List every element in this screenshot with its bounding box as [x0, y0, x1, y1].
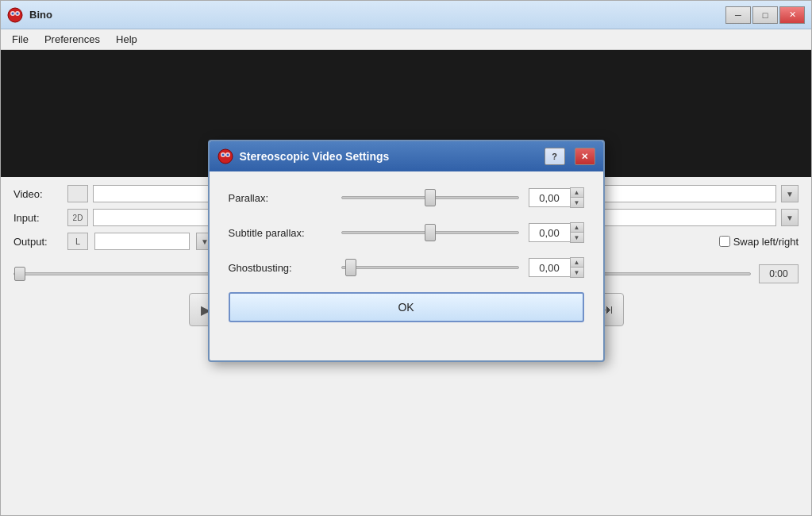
settings-dialog: Stereoscopic Video Settings ? ✕ Parallax… — [208, 140, 605, 362]
menu-bar: File Preferences Help — [1, 29, 811, 50]
window-controls: ─ □ ✕ — [725, 6, 805, 24]
subtitle-parallax-spin-down[interactable]: ▼ — [571, 233, 583, 242]
dialog-title: Stereoscopic Video Settings — [240, 150, 538, 163]
subtitle-parallax-value-box: 0,00 ▲ ▼ — [529, 222, 584, 243]
subtitle-parallax-spinbox: ▲ ▼ — [570, 222, 584, 243]
parallax-slider[interactable] — [341, 188, 519, 207]
parallax-value[interactable]: 0,00 — [529, 188, 570, 207]
dialog-overlay: Stereoscopic Video Settings ? ✕ Parallax… — [1, 50, 811, 515]
svg-point-3 — [12, 12, 14, 14]
title-bar: Bino ─ □ ✕ — [1, 1, 811, 29]
window-title: Bino — [29, 9, 725, 21]
ghostbusting-spinbox: ▲ ▼ — [570, 257, 584, 278]
dialog-body: Parallax: 0,00 ▲ ▼ — [210, 171, 603, 335]
parallax-label: Parallax: — [229, 192, 332, 204]
parallax-value-box: 0,00 ▲ ▼ — [529, 187, 584, 208]
svg-point-8 — [221, 154, 224, 156]
parallax-row: Parallax: 0,00 ▲ ▼ — [229, 187, 584, 208]
svg-point-5 — [218, 149, 233, 164]
parallax-spin-down[interactable]: ▼ — [571, 198, 583, 207]
subtitle-parallax-thumb[interactable] — [425, 224, 436, 241]
ok-button[interactable]: OK — [229, 292, 584, 322]
ghostbusting-value[interactable]: 0,00 — [529, 258, 570, 277]
dialog-icon — [217, 148, 233, 164]
main-content: Video: ▼ Input: 2D ▼ Output: L — [1, 50, 811, 515]
minimize-button[interactable]: ─ — [725, 6, 751, 24]
menu-preferences[interactable]: Preferences — [37, 31, 108, 48]
dialog-close-button[interactable]: ✕ — [575, 148, 595, 165]
subtitle-parallax-slider[interactable] — [341, 223, 519, 242]
subtitle-parallax-label: Subtitle parallax: — [229, 227, 332, 239]
ghostbusting-label: Ghostbusting: — [229, 262, 332, 274]
parallax-track[interactable] — [341, 196, 519, 199]
svg-point-9 — [226, 154, 229, 156]
dialog-title-bar: Stereoscopic Video Settings ? ✕ — [210, 141, 603, 171]
parallax-spin-up[interactable]: ▲ — [571, 188, 583, 198]
subtitle-parallax-spin-up[interactable]: ▲ — [571, 223, 583, 233]
ghostbusting-spin-down[interactable]: ▼ — [571, 268, 583, 277]
maximize-button[interactable]: □ — [752, 6, 778, 24]
parallax-thumb[interactable] — [425, 189, 436, 206]
ghostbusting-spin-up[interactable]: ▲ — [571, 258, 583, 268]
subtitle-parallax-row: Subtitle parallax: 0,00 ▲ ▼ — [229, 222, 584, 243]
ghostbusting-value-box: 0,00 ▲ ▼ — [529, 257, 584, 278]
ghostbusting-thumb[interactable] — [345, 259, 356, 276]
parallax-spinbox: ▲ ▼ — [570, 187, 584, 208]
app-icon — [7, 7, 23, 23]
ghostbusting-row: Ghostbusting: 0,00 ▲ ▼ — [229, 257, 584, 278]
svg-point-0 — [8, 8, 22, 22]
svg-point-4 — [17, 12, 19, 14]
main-window: Bino ─ □ ✕ File Preferences Help Video: … — [0, 0, 812, 516]
ghostbusting-track[interactable] — [341, 266, 519, 269]
window-close-button[interactable]: ✕ — [779, 6, 805, 24]
ghostbusting-slider[interactable] — [341, 258, 519, 277]
subtitle-parallax-value[interactable]: 0,00 — [529, 223, 570, 242]
menu-help[interactable]: Help — [108, 31, 145, 48]
menu-file[interactable]: File — [4, 31, 37, 48]
subtitle-parallax-track[interactable] — [341, 231, 519, 234]
dialog-help-button[interactable]: ? — [545, 148, 565, 165]
